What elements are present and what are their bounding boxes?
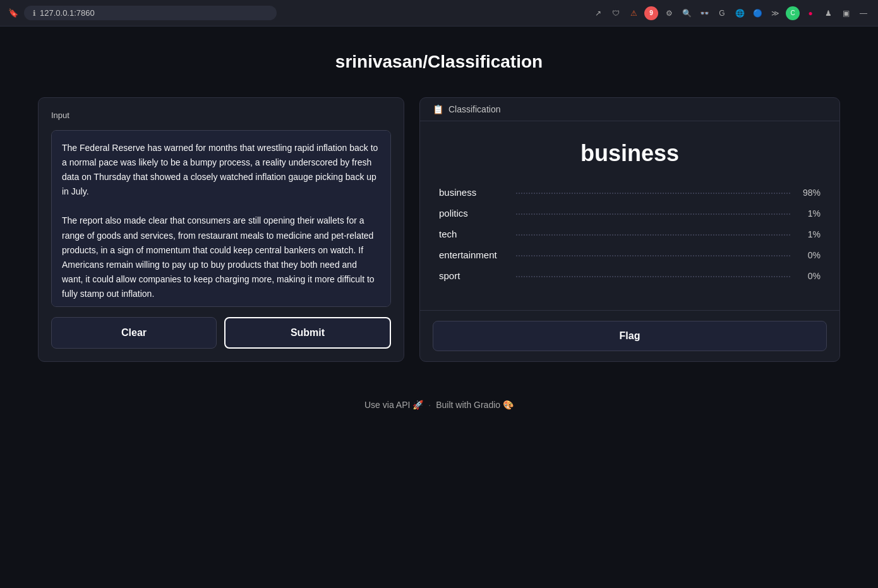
input-panel: Input Clear Submit xyxy=(38,97,404,362)
category-dots xyxy=(516,234,790,236)
clear-button[interactable]: Clear xyxy=(51,317,217,349)
bookmark-icon[interactable]: 🔖 xyxy=(8,8,19,19)
main-content: Input Clear Submit 📋 Classification busi… xyxy=(38,97,840,362)
ext-icon-6[interactable]: ≫ xyxy=(768,6,782,20)
ext-icon-4[interactable]: 🌐 xyxy=(733,6,747,20)
category-name: business xyxy=(439,187,508,198)
category-dots xyxy=(516,255,790,256)
page-title: srinivasan/Classification xyxy=(38,52,840,72)
share-icon[interactable]: ↗ xyxy=(591,6,605,20)
category-row: tech1% xyxy=(439,229,821,239)
category-percent: 0% xyxy=(798,271,821,281)
classification-body: business business98%politics1%tech1%ente… xyxy=(420,121,839,310)
category-percent: 98% xyxy=(798,188,821,198)
ext-icon-3[interactable]: G xyxy=(715,6,729,20)
gradio-link[interactable]: Built with Gradio 🎨 xyxy=(436,400,514,410)
app-container: srinivasan/Classification Input Clear Su… xyxy=(0,27,878,467)
shield-icon[interactable]: 🛡 xyxy=(609,6,623,20)
category-name: sport xyxy=(439,270,508,281)
warning-icon[interactable]: ⚠ xyxy=(627,6,640,20)
settings-icon[interactable]: ⚙ xyxy=(662,6,676,20)
url-text: 127.0.0.1:7860 xyxy=(40,8,95,18)
sidebar-icon[interactable]: ▣ xyxy=(839,6,853,20)
category-name: entertainment xyxy=(439,249,508,260)
category-percent: 0% xyxy=(798,250,821,260)
api-link[interactable]: Use via API 🚀 xyxy=(364,400,423,410)
category-dots xyxy=(516,276,790,277)
ext-icon-7[interactable]: C xyxy=(786,6,800,20)
url-bar[interactable]: ℹ 127.0.0.1:7860 xyxy=(24,6,277,20)
browser-actions: ↗ 🛡 ⚠ 9 ⚙ 🔍 👓 G 🌐 🔵 ≫ C ● ♟ ▣ — xyxy=(591,6,870,20)
flag-row: Flag xyxy=(420,310,839,361)
category-name: politics xyxy=(439,208,508,219)
category-dots xyxy=(516,213,790,215)
classification-header: 📋 Classification xyxy=(420,98,839,121)
footer-separator: · xyxy=(428,400,431,410)
category-row: politics1% xyxy=(439,208,821,219)
input-label: Input xyxy=(51,111,391,120)
category-percent: 1% xyxy=(798,229,821,239)
classification-header-label: Classification xyxy=(448,104,500,114)
ext-icon-2[interactable]: 👓 xyxy=(697,6,711,20)
text-input[interactable] xyxy=(51,130,391,307)
category-row: entertainment0% xyxy=(439,249,821,260)
category-dots xyxy=(516,193,790,194)
category-row: sport0% xyxy=(439,270,821,281)
submit-button[interactable]: Submit xyxy=(224,317,391,349)
footer: Use via API 🚀 · Built with Gradio 🎨 xyxy=(38,400,840,429)
classification-header-icon: 📋 xyxy=(433,104,443,114)
ext-icon-5[interactable]: 🔵 xyxy=(750,6,764,20)
classification-panel: 📋 Classification business business98%pol… xyxy=(419,97,840,362)
ext-icon-1[interactable]: 9 xyxy=(644,6,658,20)
search-icon[interactable]: 🔍 xyxy=(680,6,694,20)
button-row: Clear Submit xyxy=(51,317,391,349)
category-row: business98% xyxy=(439,187,821,198)
category-name: tech xyxy=(439,229,508,239)
minimize-icon[interactable]: — xyxy=(857,6,870,20)
ext-icon-9[interactable]: ♟ xyxy=(821,6,835,20)
flag-button[interactable]: Flag xyxy=(433,321,827,351)
classification-top-result: business xyxy=(439,140,821,167)
browser-chrome: 🔖 ℹ 127.0.0.1:7860 ↗ 🛡 ⚠ 9 ⚙ 🔍 👓 G 🌐 🔵 ≫… xyxy=(0,0,878,27)
category-percent: 1% xyxy=(798,208,821,219)
category-list: business98%politics1%tech1%entertainment… xyxy=(439,187,821,281)
ext-icon-8[interactable]: ● xyxy=(803,6,817,20)
